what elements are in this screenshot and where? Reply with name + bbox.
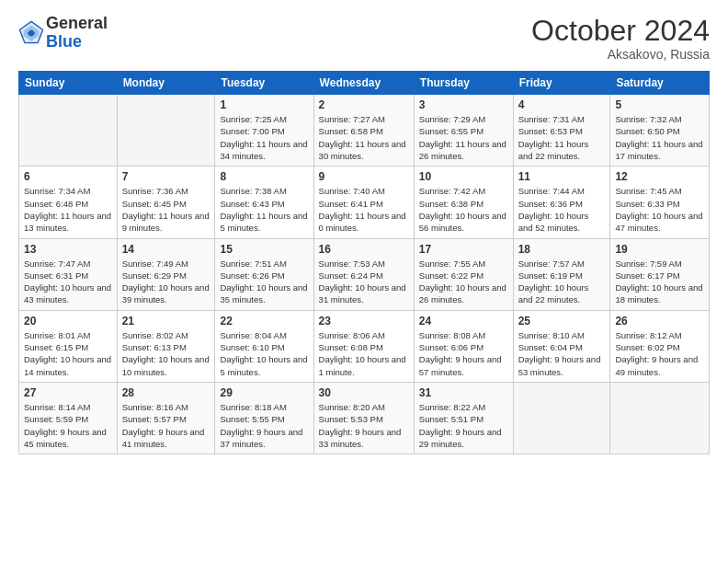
day-number: 31 [419,386,508,399]
calendar-cell: 1Sunrise: 7:25 AM Sunset: 7:00 PM Daylig… [215,95,313,167]
day-number: 12 [615,170,704,183]
day-info: Sunrise: 7:59 AM Sunset: 6:17 PM Dayligh… [615,258,704,306]
day-info: Sunrise: 8:16 AM Sunset: 5:57 PM Dayligh… [122,401,210,450]
day-info: Sunrise: 7:27 AM Sunset: 6:58 PM Dayligh… [319,113,409,162]
calendar-cell: 15Sunrise: 7:51 AM Sunset: 6:26 PM Dayli… [215,238,313,310]
col-monday: Monday [117,72,215,95]
logo-general: General [46,14,108,32]
day-info: Sunrise: 7:49 AM Sunset: 6:29 PM Dayligh… [122,258,210,306]
day-info: Sunrise: 7:51 AM Sunset: 6:26 PM Dayligh… [220,258,308,306]
calendar-cell: 6Sunrise: 7:34 AM Sunset: 6:48 PM Daylig… [19,167,118,238]
calendar-cell: 24Sunrise: 8:08 AM Sunset: 6:06 PM Dayli… [414,310,513,382]
logo: General Blue [18,15,108,52]
calendar-week-row-5: 27Sunrise: 8:14 AM Sunset: 5:59 PM Dayli… [19,382,710,454]
day-number: 2 [319,98,409,111]
day-number: 9 [319,170,409,183]
calendar-cell: 18Sunrise: 7:57 AM Sunset: 6:19 PM Dayli… [513,238,610,310]
day-info: Sunrise: 8:06 AM Sunset: 6:08 PM Dayligh… [319,329,409,378]
calendar-week-row-4: 20Sunrise: 8:01 AM Sunset: 6:15 PM Dayli… [19,310,710,382]
day-number: 6 [24,170,112,183]
calendar-cell: 29Sunrise: 8:18 AM Sunset: 5:55 PM Dayli… [215,382,313,454]
calendar-cell: 20Sunrise: 8:01 AM Sunset: 6:15 PM Dayli… [19,310,118,382]
day-info: Sunrise: 7:45 AM Sunset: 6:33 PM Dayligh… [615,185,704,234]
calendar-cell: 31Sunrise: 8:22 AM Sunset: 5:51 PM Dayli… [414,382,513,454]
calendar-cell: 12Sunrise: 7:45 AM Sunset: 6:33 PM Dayli… [610,167,710,238]
calendar-cell: 21Sunrise: 8:02 AM Sunset: 6:13 PM Dayli… [117,310,215,382]
calendar-cell: 26Sunrise: 8:12 AM Sunset: 6:02 PM Dayli… [610,310,710,382]
day-number: 25 [518,315,606,327]
col-thursday: Thursday [414,72,513,95]
col-friday: Friday [513,72,610,95]
day-number: 1 [220,98,308,111]
logo-icon [18,20,44,46]
calendar-cell [610,382,710,454]
day-info: Sunrise: 8:20 AM Sunset: 5:53 PM Dayligh… [319,401,409,450]
calendar-cell: 11Sunrise: 7:44 AM Sunset: 6:36 PM Dayli… [513,167,610,238]
day-number: 24 [419,315,508,327]
calendar-cell: 2Sunrise: 7:27 AM Sunset: 6:58 PM Daylig… [313,95,414,167]
day-info: Sunrise: 7:40 AM Sunset: 6:41 PM Dayligh… [319,185,409,234]
calendar-table: Sunday Monday Tuesday Wednesday Thursday… [18,71,710,454]
day-info: Sunrise: 7:47 AM Sunset: 6:31 PM Dayligh… [24,258,112,306]
day-number: 14 [122,243,210,256]
day-number: 18 [518,243,606,256]
col-wednesday: Wednesday [313,72,414,95]
day-number: 11 [518,170,606,183]
day-number: 7 [122,170,210,183]
calendar-cell: 22Sunrise: 8:04 AM Sunset: 6:10 PM Dayli… [215,310,313,382]
day-info: Sunrise: 7:38 AM Sunset: 6:43 PM Dayligh… [220,185,308,234]
calendar-cell: 25Sunrise: 8:10 AM Sunset: 6:04 PM Dayli… [513,310,610,382]
day-info: Sunrise: 8:10 AM Sunset: 6:04 PM Dayligh… [518,329,606,378]
location: Aksakovo, Russia [531,47,710,62]
title-block: October 2024 Aksakovo, Russia [531,15,710,62]
day-info: Sunrise: 7:42 AM Sunset: 6:38 PM Dayligh… [419,185,508,234]
day-info: Sunrise: 7:32 AM Sunset: 6:50 PM Dayligh… [615,113,704,162]
day-number: 16 [319,243,409,256]
day-number: 27 [24,386,112,399]
day-info: Sunrise: 7:34 AM Sunset: 6:48 PM Dayligh… [24,185,112,234]
calendar-header-row: Sunday Monday Tuesday Wednesday Thursday… [19,72,710,95]
calendar-cell [117,95,215,167]
day-number: 19 [615,243,704,256]
col-saturday: Saturday [610,72,710,95]
day-number: 21 [122,315,210,327]
calendar-cell: 27Sunrise: 8:14 AM Sunset: 5:59 PM Dayli… [19,382,118,454]
calendar-cell: 28Sunrise: 8:16 AM Sunset: 5:57 PM Dayli… [117,382,215,454]
calendar-week-row-2: 6Sunrise: 7:34 AM Sunset: 6:48 PM Daylig… [19,167,710,238]
logo-blue: Blue [46,32,82,51]
calendar-cell: 7Sunrise: 7:36 AM Sunset: 6:45 PM Daylig… [117,167,215,238]
col-tuesday: Tuesday [215,72,313,95]
calendar-cell: 23Sunrise: 8:06 AM Sunset: 6:08 PM Dayli… [313,310,414,382]
day-info: Sunrise: 7:29 AM Sunset: 6:55 PM Dayligh… [419,113,508,162]
day-info: Sunrise: 8:01 AM Sunset: 6:15 PM Dayligh… [24,329,112,378]
header: General Blue October 2024 Aksakovo, Russ… [18,15,710,62]
calendar-cell: 19Sunrise: 7:59 AM Sunset: 6:17 PM Dayli… [610,238,710,310]
day-number: 26 [615,315,704,327]
page: General Blue October 2024 Aksakovo, Russ… [0,0,728,563]
calendar-cell: 9Sunrise: 7:40 AM Sunset: 6:41 PM Daylig… [313,167,414,238]
calendar-cell [513,382,610,454]
calendar-cell: 10Sunrise: 7:42 AM Sunset: 6:38 PM Dayli… [414,167,513,238]
calendar-cell: 13Sunrise: 7:47 AM Sunset: 6:31 PM Dayli… [19,238,118,310]
day-number: 22 [220,315,308,327]
calendar-week-row-3: 13Sunrise: 7:47 AM Sunset: 6:31 PM Dayli… [19,238,710,310]
calendar-cell: 4Sunrise: 7:31 AM Sunset: 6:53 PM Daylig… [513,95,610,167]
day-info: Sunrise: 7:53 AM Sunset: 6:24 PM Dayligh… [319,258,409,306]
calendar-cell: 5Sunrise: 7:32 AM Sunset: 6:50 PM Daylig… [610,95,710,167]
day-number: 17 [419,243,508,256]
calendar-cell: 17Sunrise: 7:55 AM Sunset: 6:22 PM Dayli… [414,238,513,310]
calendar-cell: 8Sunrise: 7:38 AM Sunset: 6:43 PM Daylig… [215,167,313,238]
day-info: Sunrise: 7:57 AM Sunset: 6:19 PM Dayligh… [518,258,606,306]
day-info: Sunrise: 7:25 AM Sunset: 7:00 PM Dayligh… [220,113,308,162]
day-number: 5 [615,98,704,111]
day-info: Sunrise: 8:12 AM Sunset: 6:02 PM Dayligh… [615,329,704,378]
day-info: Sunrise: 8:14 AM Sunset: 5:59 PM Dayligh… [24,401,112,450]
logo-text: General Blue [46,15,108,52]
day-info: Sunrise: 7:31 AM Sunset: 6:53 PM Dayligh… [518,113,606,162]
month-title: October 2024 [531,15,710,47]
day-number: 30 [319,386,409,399]
day-info: Sunrise: 8:22 AM Sunset: 5:51 PM Dayligh… [419,401,508,450]
day-number: 20 [24,315,112,327]
day-info: Sunrise: 7:44 AM Sunset: 6:36 PM Dayligh… [518,185,606,234]
calendar-cell: 16Sunrise: 7:53 AM Sunset: 6:24 PM Dayli… [313,238,414,310]
